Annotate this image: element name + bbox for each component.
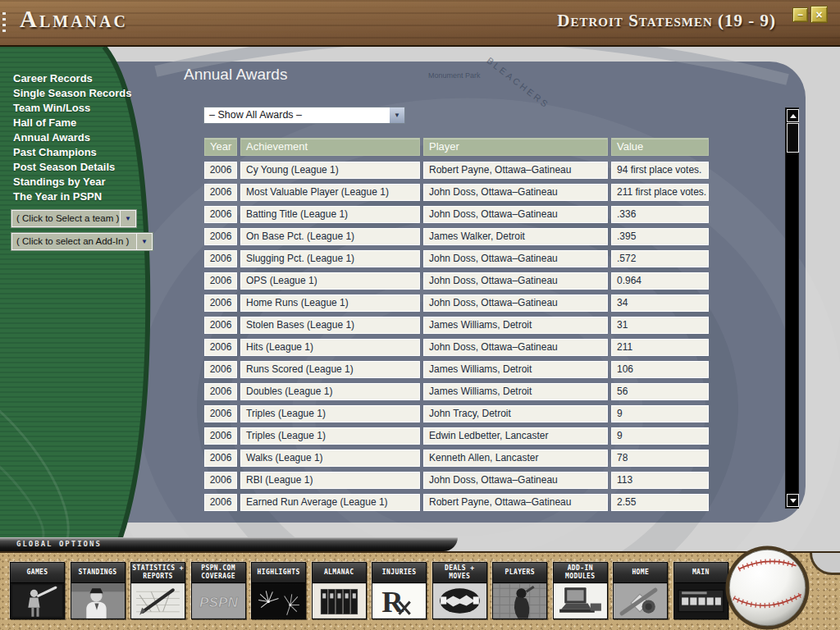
table-scrollbar[interactable] bbox=[785, 107, 799, 509]
table-cell: 211 first place votes. bbox=[611, 184, 709, 201]
addin-select-arrow-button[interactable]: ▼ bbox=[136, 234, 152, 249]
table-cell: John Doss, Ottawa–Gatineau bbox=[423, 472, 608, 489]
table-cell: 2006 bbox=[204, 427, 237, 445]
awards-filter-value: – Show All Awards – bbox=[204, 107, 389, 123]
close-button[interactable]: × bbox=[810, 6, 828, 23]
toolbar-button-statistics-reports[interactable]: STATISTICS + REPORTS bbox=[130, 562, 185, 619]
global-options-bar[interactable]: GLOBAL OPTIONS bbox=[0, 537, 458, 551]
sidebar-item-standings-by-year[interactable]: Standings by Year bbox=[13, 175, 132, 189]
sidebar-nav: Career RecordsSingle Season RecordsTeam … bbox=[13, 71, 132, 204]
table-cell: OPS (League 1) bbox=[240, 272, 420, 290]
toolbar-button-label: STATISTICS + REPORTS bbox=[131, 563, 185, 583]
table-cell: 0.964 bbox=[611, 272, 709, 290]
table-cell: Hits (League 1) bbox=[240, 339, 420, 356]
minimize-button[interactable]: − bbox=[792, 7, 808, 22]
toolbar-button-highlights[interactable]: HIGHLIGHTS bbox=[251, 562, 306, 619]
sidebar-item-the-year-in-pspn[interactable]: The Year in PSPN bbox=[13, 189, 132, 204]
toolbar-button-players[interactable]: PLAYERS bbox=[492, 562, 547, 619]
column-header-achievement: Achievement bbox=[240, 138, 420, 156]
chevron-down-icon: ▼ bbox=[141, 238, 148, 245]
scrollbar-thumb[interactable] bbox=[787, 123, 799, 153]
table-cell: Robert Payne, Ottawa–Gatineau bbox=[423, 494, 608, 511]
table-cell: 106 bbox=[611, 361, 709, 378]
arrow-down-icon bbox=[790, 499, 797, 503]
table-cell: 9 bbox=[611, 427, 709, 445]
awards-table: YearAchievementPlayerValue 2006Cy Young … bbox=[204, 138, 709, 511]
toolbar-button-add-in-modules[interactable]: ADD-IN MODULES bbox=[553, 562, 608, 619]
page-title: Annual Awards bbox=[184, 66, 287, 84]
addin-select-value: ( Click to select an Add-In ) bbox=[12, 234, 136, 249]
table-cell: 78 bbox=[611, 450, 709, 467]
table-cell: 2006 bbox=[204, 294, 237, 312]
title-bar: Almanac Detroit Statesmen (19 - 9) − × bbox=[0, 0, 840, 47]
team-select-value: ( Click to Select a team ) bbox=[12, 211, 120, 226]
scrollbar-down-button[interactable] bbox=[787, 494, 799, 507]
table-cell: 31 bbox=[611, 317, 709, 334]
toolbar-button-main[interactable]: MAIN bbox=[673, 562, 728, 619]
awards-filter-select[interactable]: – Show All Awards – ▼ bbox=[203, 107, 405, 124]
sidebar-item-annual-awards[interactable]: Annual Awards bbox=[13, 130, 132, 145]
table-cell: Cy Young (League 1) bbox=[240, 162, 420, 179]
toolbar-button-label: MAIN bbox=[674, 563, 728, 583]
toolbar-button-label: INJURIES bbox=[372, 563, 426, 583]
awards-table-body: 2006Cy Young (League 1)Robert Payne, Ott… bbox=[204, 162, 709, 511]
baseball-icon bbox=[725, 546, 810, 630]
table-cell: Kenneth Allen, Lancaster bbox=[423, 450, 608, 467]
toolbar-button-label: DEALS + MOVES bbox=[433, 563, 486, 583]
sidebar-item-career-records[interactable]: Career Records bbox=[13, 71, 132, 86]
toolbar-button-deals-moves[interactable]: DEALS + MOVES bbox=[432, 562, 487, 619]
table-cell: Robert Payne, Ottawa–Gatineau bbox=[423, 162, 608, 179]
table-cell: 2006 bbox=[204, 272, 237, 290]
sidebar-item-hall-of-fame[interactable]: Hall of Fame bbox=[13, 116, 132, 130]
table-cell: 2006 bbox=[204, 317, 237, 334]
toolbar-button-label: HIGHLIGHTS bbox=[252, 563, 305, 583]
table-cell: 2006 bbox=[204, 228, 237, 245]
handshake-icon bbox=[433, 583, 486, 619]
table-cell: John Doss, Ottawa–Gatineau bbox=[423, 272, 608, 290]
table-cell: Most Valuable Player (League 1) bbox=[240, 184, 420, 201]
table-cell: Home Runs (League 1) bbox=[240, 294, 420, 312]
toolbar-button-home[interactable]: HOME bbox=[613, 562, 668, 619]
table-cell: Triples (League 1) bbox=[240, 405, 420, 422]
table-cell: John Doss, Ottawa–Gatineau bbox=[423, 206, 608, 223]
sidebar-item-past-champions[interactable]: Past Champions bbox=[13, 145, 132, 160]
table-cell: Earned Run Average (League 1) bbox=[240, 494, 420, 511]
toolbar: GAMESSTANDINGSSTATISTICS + REPORTSPSPN.C… bbox=[10, 562, 728, 619]
table-cell: 2006 bbox=[204, 339, 237, 356]
team-select-arrow-button[interactable]: ▼ bbox=[120, 211, 135, 226]
column-header-value: Value bbox=[611, 138, 709, 156]
scrollbar-up-button[interactable] bbox=[787, 109, 799, 122]
fireworks-icon bbox=[252, 583, 305, 619]
toolbar-button-label: PSPN.COM COVERAGE bbox=[192, 563, 245, 583]
chevron-down-icon: ▼ bbox=[125, 215, 131, 222]
grip-dots-decoration bbox=[2, 12, 6, 34]
sidebar-item-single-season-records[interactable]: Single Season Records bbox=[13, 86, 132, 101]
table-cell: 2006 bbox=[204, 405, 237, 422]
toolbar-button-label: HOME bbox=[614, 563, 667, 583]
table-cell: James Walker, Detroit bbox=[423, 228, 608, 245]
team-select-dropdown[interactable]: ( Click to Select a team ) ▼ bbox=[11, 210, 136, 227]
toolbar-button-games[interactable]: GAMES bbox=[10, 562, 65, 619]
toolbar-button-standings[interactable]: STANDINGS bbox=[71, 562, 126, 619]
table-cell: 94 first place votes. bbox=[611, 162, 709, 179]
table-cell: James Williams, Detroit bbox=[423, 361, 608, 378]
sidebar-item-team-win-loss[interactable]: Team Win/Loss bbox=[13, 101, 132, 116]
table-cell: John Doss, Ottawa–Gatineau bbox=[423, 339, 608, 356]
footer-corner-decoration bbox=[810, 553, 840, 575]
arrow-up-icon bbox=[790, 114, 797, 118]
laptop-icon bbox=[554, 583, 607, 619]
table-cell: 34 bbox=[611, 294, 709, 312]
toolbar-button-label: STANDINGS bbox=[71, 563, 125, 583]
toolbar-button-injuries[interactable]: INJURIESR bbox=[372, 562, 427, 619]
table-cell: Walks (League 1) bbox=[240, 450, 420, 467]
chevron-down-icon: ▼ bbox=[394, 112, 400, 119]
sidebar-item-post-season-details[interactable]: Post Season Details bbox=[13, 160, 132, 175]
awards-filter-arrow-button[interactable]: ▼ bbox=[389, 107, 404, 123]
pen-chart-icon bbox=[131, 583, 185, 619]
table-cell: James Williams, Detroit bbox=[423, 383, 608, 400]
table-cell: John Tracy, Detroit bbox=[423, 405, 608, 422]
table-cell: Stolen Bases (League 1) bbox=[240, 317, 420, 334]
toolbar-button-pspn-com-coverage[interactable]: PSPN.COM COVERAGEPSPN bbox=[191, 562, 246, 619]
toolbar-button-almanac[interactable]: ALMANAC bbox=[312, 562, 367, 619]
addin-select-dropdown[interactable]: ( Click to select an Add-In ) ▼ bbox=[11, 233, 153, 250]
